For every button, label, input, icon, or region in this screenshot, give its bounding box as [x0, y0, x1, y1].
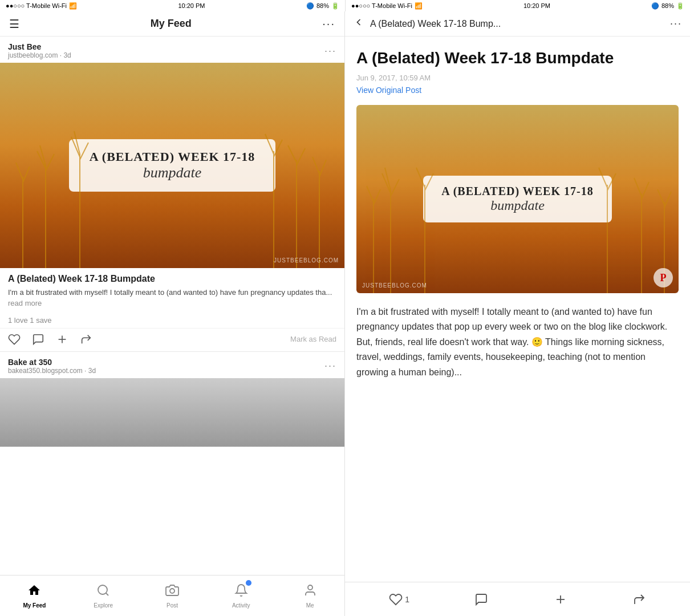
right-navbar: A (Belated) Week 17-18 Bump... ··· [345, 11, 690, 37]
app-container: ☰ My Feed ··· Just Bee justbeeblog.com ·… [0, 11, 690, 616]
svg-line-41 [374, 189, 380, 205]
post1-share-button[interactable] [80, 333, 92, 346]
svg-line-31 [416, 168, 425, 188]
explore-icon [96, 583, 110, 601]
left-wifi-icon: 📶 [69, 2, 77, 10]
pinterest-icon: P [660, 272, 667, 284]
right-battery-icon: 🔋 [676, 2, 684, 10]
tab-post-label: Post [167, 602, 178, 609]
post2-source-meta: bakeat350.blogspot.com · 3d [8, 367, 96, 375]
svg-line-18 [312, 157, 319, 174]
svg-line-19 [319, 160, 326, 177]
status-bars: ●●○○○ T-Mobile Wi-Fi 📶 10:20 PM 🔵 88% 🔋 … [0, 0, 690, 11]
post-source-info-2: Bake at 350 bakeat350.blogspot.com · 3d [8, 358, 96, 375]
right-nav-more-icon[interactable]: ··· [670, 18, 682, 30]
svg-line-38 [642, 182, 649, 199]
post1-comment-button[interactable] [32, 333, 44, 346]
right-actionbar: 1 [345, 582, 690, 616]
left-nav-more-icon[interactable]: ··· [322, 17, 335, 30]
tab-post[interactable]: Post [138, 576, 207, 616]
post-card-1: Just Bee justbeeblog.com · 3d ··· [0, 37, 344, 352]
article-share-button[interactable] [632, 593, 646, 606]
svg-line-37 [634, 178, 642, 196]
right-bluetooth-icon: 🔵 [651, 2, 659, 10]
post-header-2: Bake at 350 bakeat350.blogspot.com · 3d … [0, 352, 344, 378]
post-header-1: Just Bee justbeeblog.com · 3d ··· [0, 37, 344, 63]
svg-line-1 [37, 151, 46, 168]
svg-line-13 [297, 148, 305, 165]
post2-more-button[interactable]: ··· [324, 360, 336, 372]
tab-explore-label: Explore [94, 602, 113, 609]
camera-icon [165, 583, 179, 601]
post1-stats: 1 love 1 save [0, 313, 344, 328]
article-body: I'm a bit frustrated with myself! I tota… [356, 305, 679, 380]
article-image-watermark: JUSTBEEBLOG.COM [362, 282, 427, 289]
right-nav-title: A (Belated) Week 17-18 Bump... [370, 19, 664, 29]
tab-activity[interactable]: Activity [206, 576, 275, 616]
left-battery: 88% [316, 2, 329, 9]
right-status-bar: ●●○○○ T-Mobile Wi-Fi 📶 10:20 PM 🔵 88% 🔋 [345, 0, 690, 11]
post1-more-button[interactable]: ··· [324, 45, 336, 57]
svg-line-34 [599, 168, 607, 188]
bell-icon [234, 583, 248, 601]
post-source-info-1: Just Bee justbeeblog.com · 3d [8, 42, 71, 59]
left-time: 10:20 PM [178, 2, 205, 9]
tab-me-label: Me [306, 602, 314, 609]
left-bluetooth-icon: 🔵 [306, 2, 314, 10]
menu-icon[interactable]: ☰ [9, 17, 19, 31]
svg-point-25 [308, 585, 312, 590]
right-carrier: ●●○○○ T-Mobile Wi-Fi [351, 2, 412, 9]
svg-line-44 [664, 192, 671, 208]
tab-activity-label: Activity [232, 602, 250, 609]
svg-line-15 [16, 163, 23, 180]
post1-image-overlay: A (Belated) Week 17-18 bumpdate [69, 139, 276, 192]
left-battery-icon: 🔋 [331, 2, 339, 10]
post1-title: A (Belated) Week 17-18 Bumpdate [8, 274, 336, 284]
post1-image-title-main: A (Belated) Week 17-18 [90, 149, 255, 164]
svg-line-16 [23, 167, 30, 183]
svg-point-22 [98, 585, 107, 594]
left-tabbar: My Feed Explore Post [0, 575, 344, 616]
svg-line-43 [657, 189, 664, 205]
feed-content: Just Bee justbeeblog.com · 3d ··· [0, 37, 344, 575]
right-wifi-icon: 📶 [415, 2, 423, 10]
article-date: Jun 9, 2017, 10:59 AM [356, 74, 679, 82]
post1-image-title-sub: bumpdate [90, 164, 255, 181]
view-original-link[interactable]: View Original Post [356, 86, 679, 95]
svg-line-32 [425, 173, 433, 191]
post1-image-watermark: JUSTBEEBLOG.COM [274, 257, 339, 264]
post1-body: A (Belated) Week 17-18 Bumpdate I'm a bi… [0, 268, 344, 313]
article-add-button[interactable] [554, 593, 567, 606]
post-card-2: Bake at 350 bakeat350.blogspot.com · 3d … [0, 352, 344, 447]
article-comment-button[interactable] [474, 593, 488, 606]
mark-as-read-button[interactable]: Mark as Read [290, 335, 336, 343]
article-love-button[interactable]: 1 [389, 593, 409, 606]
post1-image[interactable]: A (Belated) Week 17-18 bumpdate JUSTBEEB… [0, 63, 344, 268]
svg-line-3 [40, 145, 46, 165]
post1-read-more[interactable]: read more [8, 299, 42, 307]
left-nav-title: My Feed [151, 18, 192, 30]
svg-line-12 [288, 145, 297, 163]
left-navbar: ☰ My Feed ··· [0, 11, 344, 37]
svg-point-24 [170, 589, 174, 593]
tab-explore[interactable]: Explore [69, 576, 138, 616]
svg-line-23 [106, 593, 108, 595]
article-image: A (Belated) Week 17-18 bumpdate JUSTBEEB… [356, 105, 679, 293]
article-title: A (Belated) Week 17-18 Bumpdate [356, 48, 679, 68]
pinterest-badge: P [654, 268, 673, 287]
right-battery: 88% [661, 2, 674, 9]
tab-my-feed[interactable]: My Feed [0, 576, 69, 616]
svg-line-40 [367, 186, 374, 202]
post2-source-name: Bake at 350 [8, 358, 96, 367]
tab-my-feed-label: My Feed [23, 602, 46, 609]
post1-love-button[interactable] [8, 333, 21, 346]
article-content: A (Belated) Week 17-18 Bumpdate Jun 9, 2… [345, 37, 690, 582]
tab-me[interactable]: Me [275, 576, 344, 616]
left-status-bar: ●●○○○ T-Mobile Wi-Fi 📶 10:20 PM 🔵 88% 🔋 [0, 0, 345, 11]
svg-line-2 [46, 154, 54, 171]
back-button[interactable] [353, 17, 364, 31]
activity-badge [246, 580, 251, 586]
post1-add-button[interactable] [56, 333, 68, 346]
love-count: 1 [405, 595, 409, 604]
left-panel: ☰ My Feed ··· Just Bee justbeeblog.com ·… [0, 11, 345, 616]
